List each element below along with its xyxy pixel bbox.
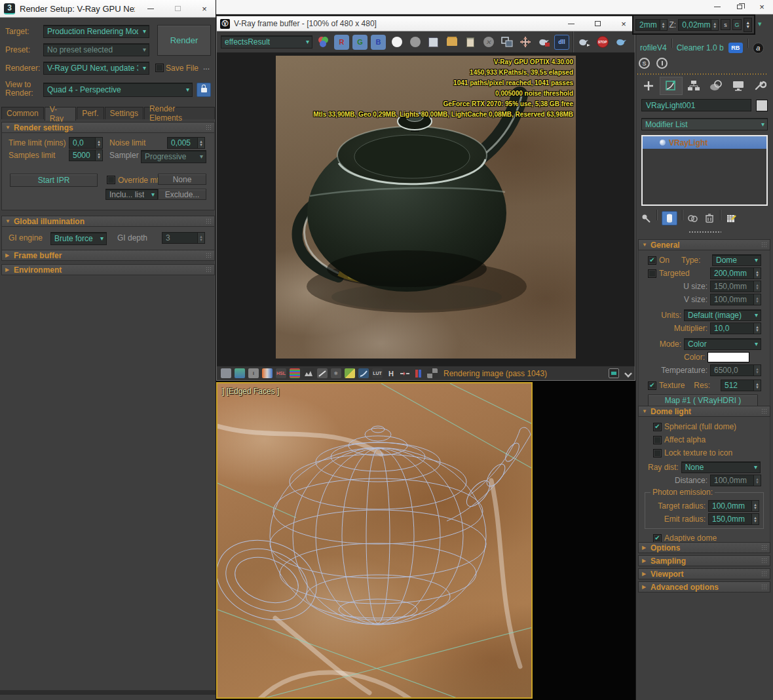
coord-x-spinner[interactable]: 2mm	[635, 19, 668, 31]
close-button[interactable]: ×	[613, 16, 635, 31]
preset-dropdown[interactable]: No preset selected	[43, 43, 149, 56]
spinner-arrows-icon[interactable]	[197, 233, 204, 243]
samples-limit-spinner[interactable]: 5000	[69, 149, 103, 161]
heatmap-icon[interactable]: H	[386, 368, 396, 378]
spinner-arrows-icon[interactable]	[660, 20, 667, 30]
v-size-spinner[interactable]: 100,0mm	[710, 294, 761, 305]
gi-engine-dropdown[interactable]: Brute force	[50, 232, 107, 245]
type-dropdown[interactable]: Dome	[712, 254, 761, 266]
sampling-rollout-header[interactable]: Sampling	[638, 555, 770, 566]
tab-common[interactable]: Common	[1, 107, 44, 119]
grid-g-button[interactable]: G	[732, 19, 742, 30]
maximize-button[interactable]	[586, 16, 609, 31]
frame-buffer-rollout-header[interactable]: Frame buffer	[1, 250, 215, 261]
lut-icon[interactable]: LUT	[372, 368, 383, 378]
target-dropdown[interactable]: Production Rendering Mode	[43, 25, 149, 38]
on-checkbox[interactable]	[648, 256, 656, 265]
load-image-button[interactable]	[444, 35, 459, 50]
snap-s-button[interactable]: s	[721, 19, 730, 30]
temperature-spinner[interactable]: 6500,0	[710, 364, 761, 376]
spinner-arrows-icon[interactable]	[751, 501, 759, 511]
color-gradient-icon[interactable]	[262, 368, 273, 378]
sampler-dropdown[interactable]: Progressive	[141, 150, 206, 163]
pin-stack-button[interactable]	[640, 212, 652, 224]
mode-dropdown[interactable]: Color	[684, 338, 761, 350]
cleaner-label[interactable]: Cleaner 1.0 b	[677, 43, 724, 52]
histogram-icon[interactable]	[303, 368, 314, 378]
target-radius-spinner[interactable]: 100,0mm	[708, 500, 759, 512]
spinner-arrows-icon[interactable]	[753, 323, 761, 334]
affect-alpha-checkbox[interactable]	[653, 436, 662, 444]
maximize-button[interactable]	[166, 0, 189, 17]
emit-radius-spinner[interactable]: 150,0mm	[708, 513, 759, 525]
minimize-button[interactable]	[140, 0, 162, 17]
tab-modify[interactable]	[660, 77, 683, 95]
alpha-channel-button[interactable]	[389, 35, 404, 50]
channel-dropdown[interactable]: effectsResult	[221, 35, 312, 49]
tab-utilities[interactable]	[749, 77, 771, 95]
coord-z-spinner[interactable]: 0,02mm	[678, 19, 719, 31]
configure-modifier-sets-button[interactable]	[725, 212, 737, 224]
track-mouse-button[interactable]	[518, 35, 533, 50]
render-button[interactable]: Render	[157, 25, 211, 56]
sticky-settings-icon[interactable]: S	[639, 58, 650, 69]
ray-dist-dropdown[interactable]: None	[681, 461, 761, 473]
a-logo-icon[interactable]: a	[753, 43, 764, 54]
show-end-result-button[interactable]	[662, 211, 677, 225]
spinner-arrows-icon[interactable]	[753, 281, 761, 292]
spherical-checkbox[interactable]	[653, 423, 662, 431]
clear-image-button[interactable]: ✕	[481, 35, 496, 50]
curves-icon[interactable]	[358, 368, 369, 378]
override-none-button[interactable]: None	[158, 174, 206, 185]
lock-view-button[interactable]	[197, 83, 211, 97]
rendered-image[interactable]: V-Ray GPU OPTIX 4.30.00 1450,933 KPaths/…	[276, 56, 576, 359]
restore-button[interactable]	[728, 0, 751, 14]
spinner-arrows-icon[interactable]	[751, 514, 759, 524]
lock-texture-checkbox[interactable]	[653, 449, 662, 457]
render-settings-rollout-header[interactable]: Render settings	[1, 122, 215, 133]
view-to-render-dropdown[interactable]: Quad 4 - Perspective	[43, 83, 193, 97]
copy-to-clipboard-button[interactable]	[462, 35, 478, 50]
u-size-spinner[interactable]: 150,0mm	[710, 281, 761, 292]
green-channel-button[interactable]: G	[352, 35, 368, 50]
time-limit-spinner[interactable]: 0,0	[69, 137, 103, 149]
spinner-arrows-icon[interactable]	[197, 138, 204, 148]
remove-modifier-button[interactable]	[704, 212, 715, 224]
minimize-button[interactable]	[706, 0, 728, 14]
close-button[interactable]: ×	[193, 0, 216, 17]
texture-checkbox[interactable]	[648, 381, 656, 390]
tab-display[interactable]	[727, 77, 749, 95]
render-last-button[interactable]	[576, 35, 592, 50]
rb-badge-icon[interactable]: RB	[728, 43, 743, 53]
compare-layers-icon[interactable]	[235, 368, 245, 378]
curve-pencil-icon[interactable]	[317, 368, 328, 378]
save-file-checkbox[interactable]	[155, 64, 164, 72]
profile-label[interactable]: rofileV4	[640, 43, 667, 52]
spinner-arrows-icon[interactable]	[753, 475, 761, 486]
ipr-teapot-button[interactable]	[536, 35, 551, 50]
multiplier-spinner[interactable]: 10,0	[710, 322, 761, 334]
renderer-dropdown[interactable]: V-Ray GPU Next, update 3	[43, 62, 149, 75]
spinner-arrows-icon[interactable]	[753, 294, 761, 305]
blue-channel-button[interactable]: B	[371, 35, 386, 50]
noise-limit-spinner[interactable]: 0,005	[167, 137, 205, 149]
distance-spinner[interactable]: 100,0mm	[710, 475, 761, 486]
dome-light-rollout-header[interactable]: Dome light	[638, 406, 770, 417]
ab-bars-icon[interactable]	[413, 368, 424, 378]
res-spinner[interactable]: 512	[721, 379, 761, 391]
tab-settings[interactable]: Settings	[105, 107, 143, 119]
color-channels-icon[interactable]	[316, 35, 331, 50]
spinner-arrows-icon[interactable]	[753, 380, 761, 391]
red-channel-button[interactable]: R	[334, 35, 349, 50]
tab-hierarchy[interactable]	[683, 77, 705, 95]
save-image-button[interactable]	[426, 35, 441, 50]
close-button[interactable]: ×	[751, 0, 773, 14]
hsl-icon[interactable]: HSL	[276, 368, 286, 378]
make-unique-button[interactable]	[687, 212, 699, 224]
spinner-arrows-icon[interactable]	[753, 268, 761, 279]
spinner-arrows-icon[interactable]	[95, 138, 102, 148]
options-rollout-header[interactable]: Options	[638, 542, 770, 553]
global-illumination-rollout-header[interactable]: Global illumination	[1, 216, 215, 227]
object-color-swatch[interactable]	[756, 100, 768, 111]
vfb-history-icon[interactable]	[221, 368, 231, 378]
